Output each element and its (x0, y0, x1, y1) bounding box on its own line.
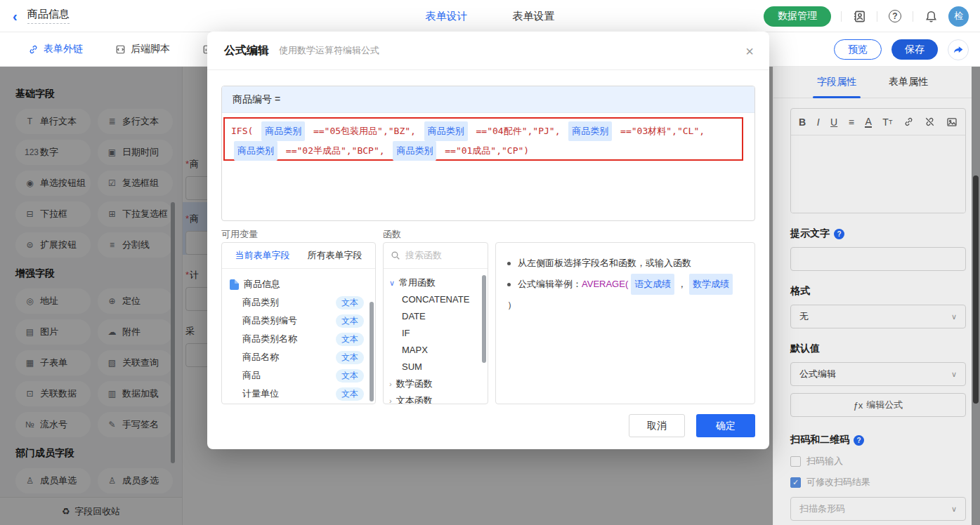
avatar[interactable]: 检 (948, 6, 969, 27)
variable-row[interactable]: 计量单位文本 (222, 385, 375, 403)
data-manage-button[interactable]: 数据管理 (764, 6, 831, 27)
chevron-down-icon: ∨ (951, 505, 957, 514)
function-item-SUM[interactable]: SUM (384, 359, 488, 376)
cancel-button[interactable]: 取消 (629, 414, 685, 437)
variable-name: 商品类别名称 (242, 333, 297, 345)
app-header: ‹ 商品信息 表单设计表单设置 数据管理 ? 检 (0, 0, 980, 32)
edit-formula-button[interactable]: ƒx 编辑公式 (790, 393, 966, 417)
caret-right-icon: › (389, 397, 392, 404)
scan-type-select[interactable]: 扫描条形码∨ (790, 497, 966, 521)
help-separator: ， (677, 279, 686, 289)
modal-title: 公式编辑 (224, 44, 269, 58)
font-size-icon[interactable]: TT (882, 117, 892, 128)
address-book-icon[interactable] (851, 8, 867, 24)
align-icon[interactable]: ≡ (849, 117, 854, 128)
field-chip[interactable]: 商品类别 (424, 121, 468, 141)
function-item-IF[interactable]: IF (384, 325, 488, 342)
font-color-icon[interactable]: A (865, 117, 871, 128)
tab-表单属性[interactable]: 表单属性 (889, 67, 928, 98)
variable-type-badge: 文本 (336, 387, 364, 401)
variable-row[interactable]: 商品类别文本 (222, 293, 375, 312)
functions-panel: 搜索函数 ∨常用函数CONCATENATEDATEIFMAPXSUM›数学函数›… (383, 242, 488, 404)
formula-code: =="04配件","PJ", (471, 126, 566, 136)
function-group-数学函数[interactable]: ›数学函数 (384, 376, 488, 392)
divider (877, 11, 877, 22)
properties-panel: 字段属性表单属性 B I U ≡ A TT (773, 67, 972, 525)
hint-help-icon[interactable]: ? (834, 229, 844, 239)
checkbox-label: 扫码输入 (806, 455, 843, 467)
formula-editor-modal: 公式编辑 使用数学运算符编辑公式 × 商品编号 = IFS( 商品类别 =="0… (207, 32, 769, 449)
confirm-button[interactable]: 确定 (696, 414, 755, 437)
variable-type-badge: 文本 (336, 369, 364, 383)
function-group-label: 常用函数 (399, 277, 436, 289)
insert-image-icon[interactable] (946, 117, 958, 128)
formula-expression: IFS( 商品类别 =="05包装用品","BZ", 商品类别 =="04配件"… (225, 119, 742, 164)
example-field-chip: 数学成绩 (689, 274, 733, 295)
bell-icon[interactable] (923, 8, 939, 24)
variable-row[interactable]: 商品名称文本 (222, 348, 375, 366)
toolbar-link-后端脚本[interactable]: 后端脚本 (115, 43, 170, 55)
formula-help-panel: 从左侧面板选择字段名和函数，或输入函数 公式编辑举例：AVERAGE(语文成绩，… (495, 242, 755, 404)
form-tree-root[interactable]: 商品信息 (222, 275, 375, 293)
function-item-CONCATENATE[interactable]: CONCATENATE (384, 291, 488, 308)
rich-text-content[interactable] (791, 135, 965, 213)
form-title[interactable]: 商品信息 (27, 8, 70, 24)
share-button[interactable] (948, 39, 969, 60)
scan-section-label: 扫码和二维码? (790, 434, 965, 446)
format-select[interactable]: 无∨ (790, 305, 966, 328)
function-search-input[interactable]: 搜索函数 (384, 243, 488, 269)
function-group-label: 数学函数 (396, 378, 433, 390)
tab-字段属性[interactable]: 字段属性 (817, 67, 856, 98)
preview-button[interactable]: 预览 (834, 39, 882, 60)
function-item-DATE[interactable]: DATE (384, 308, 488, 325)
checkbox-label: 可修改扫码结果 (806, 476, 870, 489)
close-icon[interactable]: × (745, 44, 754, 58)
variable-row[interactable]: 商品类别名称文本 (222, 330, 375, 348)
help-icon[interactable]: ? (887, 8, 903, 24)
script-icon (115, 44, 126, 55)
field-chip[interactable]: 商品类别 (261, 121, 305, 141)
scan-help-icon[interactable]: ? (854, 435, 864, 446)
divider (841, 11, 842, 22)
variables-label: 可用变量 (221, 228, 258, 241)
variable-row[interactable]: 商品文本 (222, 366, 375, 385)
toolbar-link-表单外链[interactable]: 表单外链 (28, 43, 83, 55)
divider (913, 11, 913, 22)
tab-表单设计[interactable]: 表单设计 (426, 10, 468, 23)
tab-所有表单字段[interactable]: 所有表单字段 (308, 249, 362, 262)
hint-text-input[interactable] (790, 247, 966, 271)
save-button[interactable]: 保存 (891, 39, 938, 60)
default-value-label: 默认值 (790, 343, 965, 355)
default-value-select[interactable]: 公式编辑∨ (790, 362, 966, 386)
variables-panel: 当前表单字段所有表单字段 商品信息 商品类别文本商品类别编号文本商品类别名称文本… (221, 242, 376, 404)
formula-code: =="05包装用品","BZ", (308, 126, 422, 136)
checkbox-扫码输入[interactable]: 扫码输入 (790, 455, 965, 467)
formula-editor-box[interactable]: 商品编号 = IFS( 商品类别 =="05包装用品","BZ", 商品类别 =… (221, 86, 755, 221)
variable-name: 商品 (242, 369, 261, 382)
formula-code: =="01成品","CP") (439, 145, 529, 156)
checkbox-可修改扫码结果[interactable]: ✓可修改扫码结果 (790, 476, 965, 489)
functions-scrollbar[interactable] (482, 275, 486, 363)
checkbox-icon (790, 456, 801, 467)
field-chip[interactable]: 商品类别 (234, 141, 277, 161)
function-group-文本函数[interactable]: ›文本函数 (384, 392, 488, 404)
function-group-常用函数[interactable]: ∨常用函数 (384, 274, 488, 291)
fx-icon: ƒx (854, 400, 863, 411)
tab-表单设置[interactable]: 表单设置 (513, 10, 555, 23)
link-icon (28, 44, 39, 55)
function-item-MAPX[interactable]: MAPX (384, 342, 488, 359)
variables-scrollbar[interactable] (370, 302, 374, 401)
field-chip[interactable]: 商品类别 (568, 121, 612, 141)
underline-icon[interactable]: U (830, 117, 837, 128)
unlink-icon[interactable] (925, 117, 935, 127)
variable-type-badge: 文本 (336, 296, 364, 310)
description-rich-text-editor[interactable]: B I U ≡ A TT (790, 108, 966, 213)
back-chevron-icon[interactable]: ‹ (13, 9, 18, 23)
tab-当前表单字段[interactable]: 当前表单字段 (235, 249, 290, 262)
field-chip[interactable]: 商品类别 (393, 141, 436, 161)
link-icon[interactable] (903, 117, 914, 127)
variable-row[interactable]: 商品类别编号文本 (222, 312, 375, 330)
checkbox-icon: ✓ (790, 477, 801, 488)
italic-icon[interactable]: I (817, 117, 820, 128)
bold-icon[interactable]: B (799, 117, 806, 128)
